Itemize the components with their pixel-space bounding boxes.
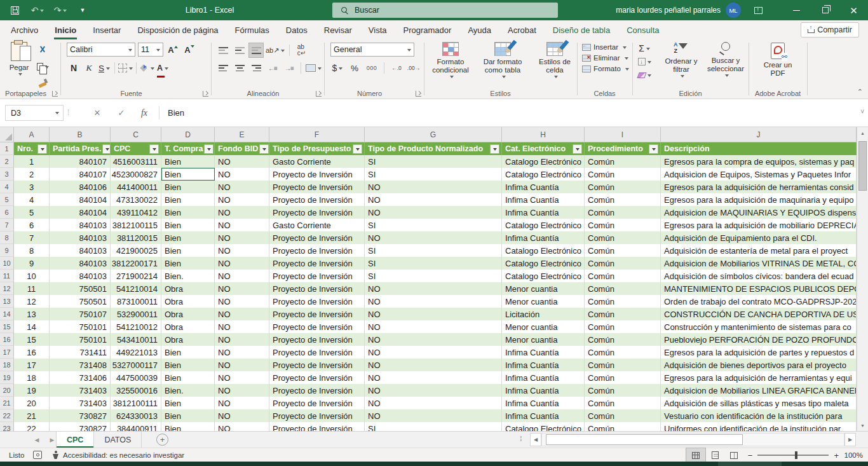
avatar[interactable]: ML xyxy=(726,3,741,18)
currency-format-button[interactable]: $ xyxy=(330,61,344,75)
page-break-view-button[interactable] xyxy=(724,448,743,462)
tab-consulta[interactable]: Consulta xyxy=(618,20,667,39)
cell-C18[interactable]: 5327000117 xyxy=(111,359,161,371)
cell-E12[interactable]: NO xyxy=(215,282,269,295)
cell-C17[interactable]: 449221013 xyxy=(111,346,161,359)
filter-button-cpc[interactable] xyxy=(149,144,159,154)
cell-A12[interactable]: 11 xyxy=(14,282,50,295)
cell-D7[interactable]: Bien xyxy=(161,219,215,231)
cell-A5[interactable]: 4 xyxy=(14,193,50,206)
cell-I20[interactable]: Común xyxy=(585,384,661,397)
cell-F19[interactable]: Proyecto de Inversión xyxy=(269,371,365,384)
align-center-button[interactable] xyxy=(233,61,247,75)
cell-J11[interactable]: Adquisición de símbolos cívicos: bandera… xyxy=(661,270,857,282)
cell-F10[interactable]: Proyecto de Inversión xyxy=(269,257,365,270)
cell-J9[interactable]: Adquisición de estantería de metal para … xyxy=(661,244,857,257)
format-painter-button[interactable] xyxy=(36,76,50,90)
accessibility-status[interactable]: Accesibilidad: es necesario investigar xyxy=(52,448,184,462)
cell-H5[interactable]: Infima Cuantía xyxy=(502,193,585,206)
cell-J6[interactable]: Adquisicion de MAQUINARIAS Y EQUIPOS dis… xyxy=(661,206,857,219)
cell-E2[interactable]: NO xyxy=(215,155,269,168)
cell-C6[interactable]: 439110412 xyxy=(111,206,161,219)
cell-H7[interactable]: Catalogo Electrónico xyxy=(502,219,585,231)
cell-G12[interactable]: NO xyxy=(365,282,502,295)
macro-record-icon[interactable] xyxy=(33,451,42,459)
cell-G7[interactable]: SI xyxy=(365,219,502,231)
vertical-scroll-thumb[interactable] xyxy=(858,141,867,191)
zoom-slider-thumb[interactable] xyxy=(795,451,797,459)
share-button[interactable]: Compartir xyxy=(801,22,859,38)
cell-J8[interactable]: Adquisición de Equipamiento para el CDI. xyxy=(661,231,857,244)
cell-A14[interactable]: 13 xyxy=(14,308,50,320)
cell-I10[interactable]: Común xyxy=(585,257,661,270)
zoom-slider[interactable] xyxy=(757,455,829,456)
tab-disposicion-de-pagina[interactable]: Disposición de página xyxy=(129,20,226,39)
cell-E17[interactable]: NO xyxy=(215,346,269,359)
cell-E13[interactable]: NO xyxy=(215,295,269,308)
cell-H23[interactable]: Catalogo Electrónico xyxy=(502,422,585,431)
cell-H12[interactable]: Menor cuantia xyxy=(502,282,585,295)
row-header-6[interactable]: 6 xyxy=(0,206,14,219)
cell-H8[interactable]: Infima Cuantía xyxy=(502,231,585,244)
cell-I13[interactable]: Común xyxy=(585,295,661,308)
tab-inicio[interactable]: Inicio xyxy=(46,20,85,39)
cell-I22[interactable]: Común xyxy=(585,409,661,422)
cell-G6[interactable]: NO xyxy=(365,206,502,219)
minimize-button[interactable] xyxy=(782,0,811,20)
cell-C16[interactable]: 543410011 xyxy=(111,333,161,346)
cell-I5[interactable]: Común xyxy=(585,193,661,206)
tab-programador[interactable]: Programador xyxy=(395,20,460,39)
cell-C14[interactable]: 532900011 xyxy=(111,308,161,320)
cell-D4[interactable]: Bien xyxy=(161,181,215,193)
cell-A20[interactable]: 19 xyxy=(14,384,50,397)
tab-datos[interactable]: Datos xyxy=(278,20,316,39)
cell-F5[interactable]: Proyecto de Inversión xyxy=(269,193,365,206)
cell-B11[interactable]: 840103 xyxy=(50,270,111,282)
row-header-3[interactable]: 3 xyxy=(0,168,14,181)
row-header-20[interactable]: 20 xyxy=(0,384,14,397)
cell-E7[interactable]: NO xyxy=(215,219,269,231)
align-middle-button[interactable] xyxy=(233,43,247,57)
cell-H21[interactable]: Infima Cuantía xyxy=(502,397,585,409)
row-header-5[interactable]: 5 xyxy=(0,193,14,206)
cell-C13[interactable]: 873100011 xyxy=(111,295,161,308)
cell-B3[interactable]: 840107 xyxy=(50,168,111,181)
filter-button-tipo-de-producto-normalizado[interactable] xyxy=(490,144,499,154)
cancel-entry-button[interactable]: ✕ xyxy=(86,105,108,121)
cell-F12[interactable]: Proyecto de Inversión xyxy=(269,282,365,295)
undo-button[interactable]: ↶ xyxy=(28,0,47,20)
horizontal-scrollbar[interactable] xyxy=(541,433,844,446)
merge-center-button[interactable] xyxy=(306,61,322,75)
cell-C8[interactable]: 381120015 xyxy=(111,231,161,244)
cell-F9[interactable]: Proyecto de Inversión xyxy=(269,244,365,257)
select-all-corner[interactable] xyxy=(0,127,14,142)
insert-function-button[interactable]: fx xyxy=(133,105,155,121)
paste-button[interactable]: Pegar xyxy=(5,42,33,85)
normal-view-button[interactable] xyxy=(686,448,705,462)
cell-H2[interactable]: Catalogo Electrónico xyxy=(502,155,585,168)
column-header-h[interactable]: H xyxy=(502,127,585,142)
cell-I14[interactable]: Común xyxy=(585,308,661,320)
cell-E5[interactable]: NO xyxy=(215,193,269,206)
cell-B12[interactable]: 750501 xyxy=(50,282,111,295)
cell-A22[interactable]: 21 xyxy=(14,409,50,422)
bold-button[interactable]: N xyxy=(67,61,81,75)
cell-C12[interactable]: 541210014 xyxy=(111,282,161,295)
cell-J5[interactable]: Egresos para la adquisición de maquinari… xyxy=(661,193,857,206)
cell-I7[interactable]: Común xyxy=(585,219,661,231)
cell-B16[interactable]: 750101 xyxy=(50,333,111,346)
clipboard-dialog-launcher[interactable] xyxy=(52,91,58,97)
align-bottom-button[interactable] xyxy=(249,43,263,57)
cell-G20[interactable]: NO xyxy=(365,384,502,397)
copy-button[interactable] xyxy=(36,60,50,74)
row-header-17[interactable]: 17 xyxy=(0,346,14,359)
save-button[interactable] xyxy=(5,0,24,20)
search-input[interactable]: Buscar xyxy=(332,3,558,18)
cell-I18[interactable]: Común xyxy=(585,359,661,371)
cell-B14[interactable]: 750107 xyxy=(50,308,111,320)
number-format-select[interactable]: General xyxy=(330,43,414,57)
cell-E4[interactable]: NO xyxy=(215,181,269,193)
cell-C10[interactable]: 3812200171 xyxy=(111,257,161,270)
zoom-in-button[interactable]: + xyxy=(834,451,839,460)
restore-button[interactable] xyxy=(811,0,839,20)
